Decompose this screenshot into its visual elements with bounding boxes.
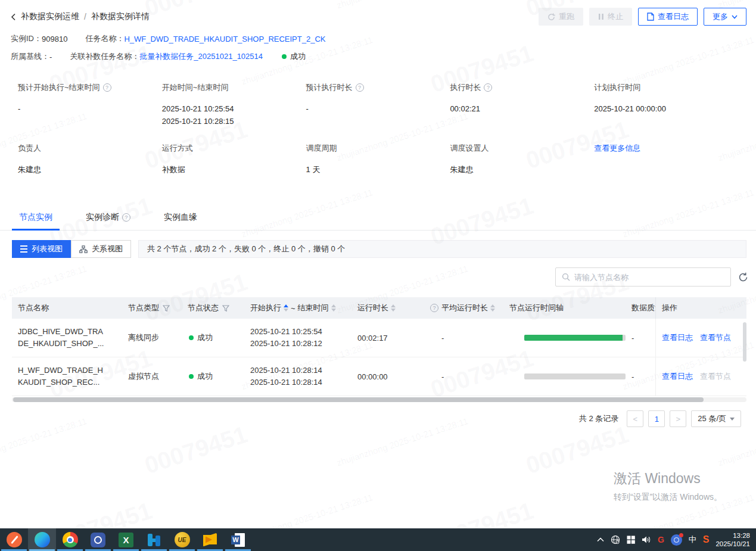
tray-sogou-icon[interactable]: S xyxy=(703,528,710,551)
node-status: 成功 xyxy=(188,371,250,382)
taskbar-app-hbuilder[interactable] xyxy=(140,528,168,551)
horizontal-scrollbar[interactable] xyxy=(12,397,746,402)
more-button[interactable]: 更多 xyxy=(704,8,746,26)
help-icon[interactable]: ? xyxy=(484,83,492,92)
tray-notification-app-icon[interactable] xyxy=(671,528,682,551)
node-timeline xyxy=(509,335,631,341)
taskbar-clock[interactable]: 13:28 2025/10/21 xyxy=(715,531,750,548)
tab-instance-lineage[interactable]: 实例血缘 xyxy=(157,212,204,230)
node-instance-table: 节点名称 节点类型 节点状态 开始执行 ~ 结束时间 运行时长 ? 平均运行时长… xyxy=(12,297,746,402)
success-dot-icon xyxy=(282,54,287,59)
hbuilder-icon xyxy=(147,533,161,547)
search-icon xyxy=(562,273,570,281)
view-node-link[interactable]: 查看节点 xyxy=(700,332,731,343)
filter-icon[interactable] xyxy=(163,305,170,312)
info-field-more: 查看更多信息 xyxy=(594,143,738,188)
watermark-layer: zhujianzhong 2025-10-21 13:28:1100079451… xyxy=(0,0,756,528)
tray-ime-indicator[interactable]: 中 xyxy=(689,528,696,551)
sort-icon[interactable] xyxy=(284,304,288,312)
taskbar-app-edge[interactable] xyxy=(28,528,56,551)
view-log-link[interactable]: 查看日志 xyxy=(662,371,693,382)
breadcrumb-item-root[interactable]: 补数据实例运维 xyxy=(21,11,79,22)
help-icon[interactable]: ? xyxy=(122,213,130,222)
view-log-button[interactable]: 查看日志 xyxy=(638,8,698,26)
task-name-link[interactable]: H_WF_DWD_TRADE_HKAUDIT_SHOP_RECEIPT_2_CK xyxy=(124,35,325,43)
node-name: JDBC_HIVE_DWD_TRADE_HKAUDIT_SHOP_... xyxy=(12,326,128,350)
tray-network-icon[interactable] xyxy=(611,528,620,551)
page-header: 补数据实例运维 / 补数据实例详情 重跑 终止 查看日志 更多 xyxy=(0,0,756,64)
taskbar-app-excel[interactable]: X xyxy=(112,528,140,551)
rerun-button[interactable]: 重跑 xyxy=(539,8,583,26)
node-timeline xyxy=(509,373,631,379)
view-more-info-link[interactable]: 查看更多信息 xyxy=(594,143,640,154)
editor-icon xyxy=(7,532,22,547)
record-total: 共 2 条记录 xyxy=(579,413,618,424)
node-summary-bar: 共 2 个节点，成功 2 个，失败 0 个，终止 0 个，撤销 0 个 xyxy=(138,240,746,258)
success-dot-icon xyxy=(189,374,194,379)
document-icon xyxy=(647,13,654,21)
row-actions: 查看日志 查看节点 xyxy=(655,319,749,357)
list-view-button[interactable]: 列表视图 xyxy=(12,240,71,258)
terminate-button[interactable]: 终止 xyxy=(589,8,632,26)
page-size-select[interactable]: 25 条/页 xyxy=(691,410,741,427)
taskbar-app-foxmail[interactable] xyxy=(196,528,224,551)
taskbar-app-word[interactable]: W xyxy=(224,528,252,551)
foxmail-icon xyxy=(203,533,217,547)
prev-page-button[interactable]: < xyxy=(627,410,643,427)
watermark-text: 00079451 xyxy=(46,497,155,528)
taskbar-app-editor[interactable] xyxy=(0,528,28,551)
taskbar-app-ultraedit[interactable]: UE xyxy=(168,528,196,551)
watermark-text: 00079451 xyxy=(141,421,250,480)
relation-view-button[interactable]: 关系视图 xyxy=(71,240,131,258)
messenger-icon xyxy=(91,533,105,547)
node-avg-duration: - xyxy=(430,372,509,381)
filter-icon[interactable] xyxy=(222,305,229,312)
tray-chevron-up-icon[interactable] xyxy=(597,528,604,551)
view-log-link[interactable]: 查看日志 xyxy=(662,332,693,343)
node-times: 2025-10-21 10:25:542025-10-21 10:28:12 xyxy=(250,326,357,350)
taskbar-app-chrome[interactable] xyxy=(56,528,84,551)
refresh-icon[interactable] xyxy=(738,272,748,282)
node-search-input[interactable] xyxy=(574,273,724,282)
breadcrumb: 补数据实例运维 / 补数据实例详情 xyxy=(11,11,150,22)
related-task-link[interactable]: 批量补数据任务_20251021_102514 xyxy=(139,51,263,62)
page-number-button[interactable]: 1 xyxy=(648,410,665,427)
relation-graph-icon xyxy=(79,245,88,253)
vertical-scrollbar[interactable] xyxy=(743,322,746,362)
success-dot-icon xyxy=(189,335,194,340)
pause-icon xyxy=(598,13,604,20)
instance-id: 实例ID： 909810 xyxy=(11,33,67,44)
next-page-button[interactable]: > xyxy=(670,410,686,427)
sort-icon[interactable] xyxy=(490,304,495,312)
help-icon[interactable]: ? xyxy=(103,83,111,92)
node-times: 2025-10-21 10:28:142025-10-21 10:28:14 xyxy=(250,365,357,388)
tab-node-instances[interactable]: 节点实例 xyxy=(12,212,60,230)
help-icon[interactable]: ? xyxy=(356,83,364,92)
view-node-link[interactable]: 查看节点 xyxy=(700,371,731,382)
node-name: H_WF_DWD_TRADE_HKAUDIT_SHOP_REC... xyxy=(12,365,128,388)
tray-grid-icon[interactable] xyxy=(627,528,635,551)
tray-volume-icon[interactable] xyxy=(642,528,651,551)
activate-windows-watermark: 激活 Windows 转到“设置”以激活 Windows。 xyxy=(614,469,722,503)
node-quality: - xyxy=(631,372,655,381)
clock-date: 2025/10/21 xyxy=(715,540,750,548)
info-field-duration: 执行时长? 00:02:21 xyxy=(450,82,594,127)
edge-icon xyxy=(35,532,50,547)
row-actions: 查看日志 查看节点 xyxy=(655,357,749,396)
word-icon: W xyxy=(231,533,245,547)
help-icon[interactable]: ? xyxy=(430,304,438,312)
ultraedit-icon: UE xyxy=(175,532,190,547)
tab-instance-diagnosis[interactable]: 实例诊断? xyxy=(79,212,138,230)
node-quality: - xyxy=(631,334,655,343)
chevron-down-icon xyxy=(732,15,738,19)
tray-g-app-icon[interactable]: G xyxy=(658,528,664,551)
chrome-icon xyxy=(63,532,78,547)
taskbar-app-messenger[interactable] xyxy=(84,528,112,551)
instance-info-grid: 预计开始执行~结束时间? - 开始时间~结束时间 2025-10-21 10:2… xyxy=(0,82,756,188)
caret-down-icon xyxy=(730,418,735,421)
sort-icon[interactable] xyxy=(391,304,396,312)
sort-icon[interactable] xyxy=(331,304,336,312)
back-chevron-icon[interactable] xyxy=(11,13,16,21)
breadcrumb-separator: / xyxy=(84,12,86,21)
windows-taskbar: X UE W G 中 S 13:28 2025/10/21 xyxy=(0,528,756,551)
